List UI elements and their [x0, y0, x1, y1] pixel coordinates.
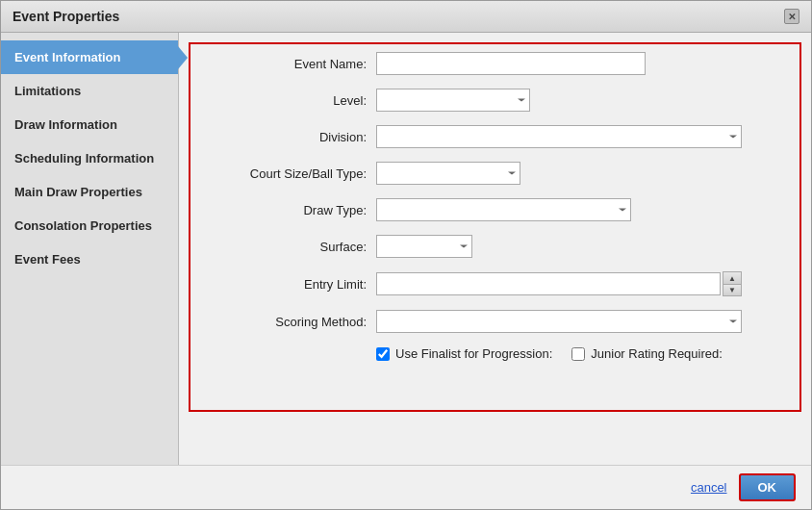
close-button[interactable]: ✕ [784, 9, 799, 24]
entry-limit-row: Entry Limit: 0 ▲ ▼ [208, 271, 782, 296]
event-name-control [376, 52, 742, 75]
sidebar-item-scheduling-information[interactable]: Scheduling Information [1, 141, 178, 175]
junior-rating-checkbox[interactable] [571, 347, 585, 361]
dialog-footer: cancel OK [1, 465, 811, 509]
draw-type-select[interactable] [376, 198, 631, 221]
entry-limit-up-button[interactable]: ▲ [723, 271, 742, 284]
division-select[interactable] [376, 125, 742, 148]
junior-rating-label: Junior Rating Required: [591, 346, 723, 361]
cancel-button[interactable]: cancel [691, 480, 727, 495]
spinner-buttons: ▲ ▼ [723, 271, 742, 296]
use-finalist-label: Use Finalist for Progression: [395, 346, 552, 361]
level-label: Level: [208, 93, 376, 108]
event-name-input[interactable] [376, 52, 646, 75]
division-row: Division: [208, 125, 782, 148]
content-area: Event Name: Level: Division: [179, 33, 811, 465]
sidebar: Event Information Limitations Draw Infor… [1, 33, 179, 465]
level-select[interactable] [376, 89, 530, 112]
up-arrow-icon: ▲ [728, 274, 736, 283]
ok-button[interactable]: OK [739, 473, 797, 501]
scoring-method-select[interactable] [376, 310, 742, 333]
draw-type-label: Draw Type: [208, 203, 376, 217]
level-control [376, 89, 742, 112]
down-arrow-icon: ▼ [728, 286, 736, 294]
surface-row: Surface: [208, 235, 782, 258]
scoring-method-label: Scoring Method: [208, 315, 376, 329]
use-finalist-group: Use Finalist for Progression: [376, 346, 552, 361]
entry-limit-spinner: 0 ▲ ▼ [376, 271, 742, 296]
scoring-method-control [376, 310, 742, 333]
draw-type-control [376, 198, 742, 221]
checkboxes-row: Use Finalist for Progression: Junior Rat… [208, 346, 782, 361]
court-size-row: Court Size/Ball Type: [208, 162, 782, 185]
entry-limit-label: Entry Limit: [208, 277, 376, 292]
surface-select[interactable] [376, 235, 472, 258]
sidebar-item-draw-information[interactable]: Draw Information [1, 108, 178, 141]
sidebar-item-consolation-properties[interactable]: Consolation Properties [1, 209, 178, 242]
court-size-label: Court Size/Ball Type: [208, 166, 376, 181]
court-size-control [376, 162, 742, 185]
entry-limit-down-button[interactable]: ▼ [723, 284, 742, 296]
checkboxes-group: Use Finalist for Progression: Junior Rat… [376, 346, 723, 361]
dialog-title-bar: Event Properties ✕ [1, 1, 811, 33]
dialog-title-text: Event Properties [13, 9, 119, 24]
entry-limit-control: 0 ▲ ▼ [376, 271, 742, 296]
entry-limit-input[interactable]: 0 [376, 272, 721, 295]
level-row: Level: [208, 89, 782, 112]
division-control [376, 125, 742, 148]
sidebar-item-event-information[interactable]: Event Information [1, 40, 178, 74]
event-name-row: Event Name: [208, 52, 782, 75]
sidebar-item-limitations[interactable]: Limitations [1, 74, 178, 108]
division-label: Division: [208, 130, 376, 144]
close-icon: ✕ [788, 12, 796, 22]
court-size-select[interactable] [376, 162, 520, 185]
surface-label: Surface: [208, 240, 376, 254]
draw-type-row: Draw Type: [208, 198, 782, 221]
dialog-body: Event Information Limitations Draw Infor… [1, 33, 811, 465]
event-properties-dialog: Event Properties ✕ Event Information Lim… [0, 0, 812, 510]
junior-rating-group: Junior Rating Required: [571, 346, 723, 361]
use-finalist-checkbox[interactable] [376, 347, 390, 361]
surface-control [376, 235, 742, 258]
scoring-method-row: Scoring Method: [208, 310, 782, 333]
event-name-label: Event Name: [208, 57, 376, 71]
sidebar-item-event-fees[interactable]: Event Fees [1, 242, 178, 276]
sidebar-item-main-draw-properties[interactable]: Main Draw Properties [1, 175, 178, 209]
